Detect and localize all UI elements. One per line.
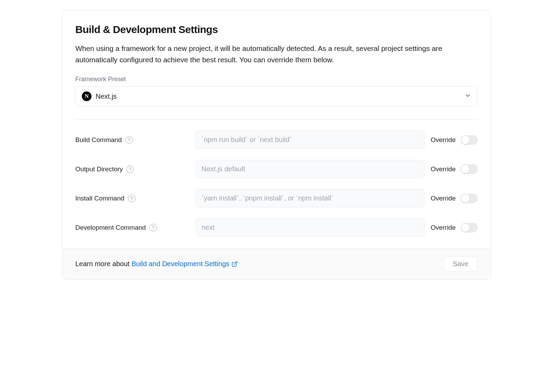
chevron-down-icon [464, 92, 471, 100]
section-description: When using a framework for a new project… [75, 43, 478, 65]
build-command-input[interactable] [196, 131, 424, 149]
build-command-override: Override [431, 135, 478, 145]
install-command-label: Install Command [75, 195, 124, 202]
help-icon[interactable]: ? [126, 165, 134, 173]
install-command-toggle[interactable] [460, 194, 478, 203]
framework-selected-value: Next.js [96, 92, 117, 100]
install-command-input[interactable] [196, 189, 424, 207]
help-icon[interactable]: ? [125, 136, 133, 144]
docs-link-text: Build and Development Settings [131, 260, 229, 268]
override-label: Override [431, 224, 456, 231]
section-title: Build & Development Settings [75, 24, 478, 35]
build-command-row: Build Command ? Override [75, 131, 478, 149]
framework-preset-select[interactable]: N Next.js [75, 86, 478, 106]
output-directory-label-wrap: Output Directory ? [75, 165, 189, 173]
build-dev-settings-card: Build & Development Settings When using … [62, 10, 491, 280]
card-footer: Learn more about Build and Development S… [62, 248, 491, 279]
nextjs-icon: N [82, 91, 91, 101]
override-label: Override [431, 165, 456, 173]
development-command-input[interactable] [196, 218, 424, 237]
divider [75, 119, 478, 120]
help-icon[interactable]: ? [149, 224, 157, 231]
framework-select-left: N Next.js [82, 91, 117, 101]
footer-text: Learn more about Build and Development S… [75, 260, 238, 268]
svg-line-0 [234, 262, 237, 264]
development-command-label: Development Command [75, 224, 146, 231]
output-directory-input[interactable] [196, 160, 424, 178]
install-command-label-wrap: Install Command ? [75, 195, 189, 202]
framework-label: Framework Preset [75, 76, 478, 83]
external-link-icon [231, 261, 238, 267]
card-body: Build & Development Settings When using … [62, 11, 491, 248]
build-command-label: Build Command [75, 136, 122, 144]
override-label: Override [431, 136, 456, 144]
development-command-row: Development Command ? Override [75, 218, 478, 237]
output-directory-label: Output Directory [75, 165, 123, 173]
output-directory-override: Override [431, 164, 478, 174]
output-directory-row: Output Directory ? Override [75, 160, 478, 178]
save-button[interactable]: Save [443, 256, 478, 272]
development-command-toggle[interactable] [460, 223, 478, 232]
install-command-row: Install Command ? Override [75, 189, 478, 207]
development-command-override: Override [431, 223, 478, 232]
build-command-toggle[interactable] [460, 135, 478, 145]
docs-link[interactable]: Build and Development Settings [131, 260, 238, 268]
footer-prefix: Learn more about [75, 260, 131, 268]
output-directory-toggle[interactable] [460, 164, 478, 174]
help-icon[interactable]: ? [128, 195, 135, 202]
override-label: Override [431, 195, 456, 202]
build-command-label-wrap: Build Command ? [75, 136, 189, 144]
development-command-label-wrap: Development Command ? [75, 224, 189, 231]
install-command-override: Override [431, 194, 478, 203]
